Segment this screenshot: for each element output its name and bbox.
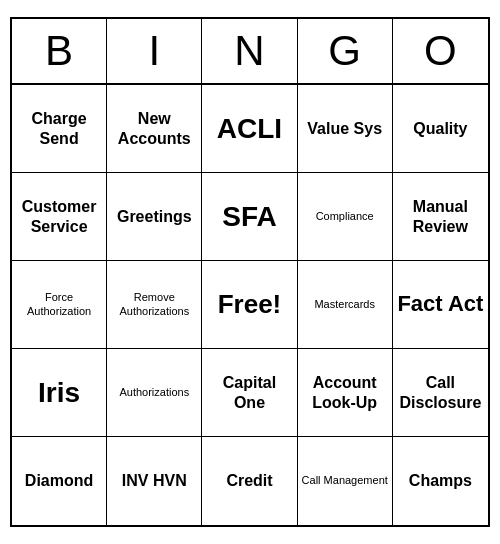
cell-text-17: Capital One [206,373,292,411]
cell-text-5: Customer Service [16,197,102,235]
bingo-cell-1: New Accounts [107,85,202,173]
bingo-cell-4: Quality [393,85,488,173]
bingo-cell-19: Call Disclosure [393,349,488,437]
bingo-cell-18: Account Look-Up [298,349,393,437]
bingo-card: BINGO Charge SendNew AccountsACLIValue S… [10,17,490,527]
bingo-grid: Charge SendNew AccountsACLIValue SysQual… [12,85,488,525]
cell-text-4: Quality [413,119,467,138]
cell-text-16: Authorizations [119,386,189,399]
bingo-cell-7: SFA [202,173,297,261]
bingo-cell-5: Customer Service [12,173,107,261]
cell-text-18: Account Look-Up [302,373,388,411]
bingo-letter-g: G [298,19,393,83]
bingo-cell-10: Force Authorization [12,261,107,349]
bingo-cell-24: Champs [393,437,488,525]
bingo-cell-8: Compliance [298,173,393,261]
cell-text-8: Compliance [316,210,374,223]
bingo-letter-i: I [107,19,202,83]
cell-text-12: Free! [218,289,282,320]
bingo-cell-20: Diamond [12,437,107,525]
cell-text-24: Champs [409,471,472,490]
bingo-letter-b: B [12,19,107,83]
bingo-cell-17: Capital One [202,349,297,437]
bingo-cell-21: INV HVN [107,437,202,525]
cell-text-21: INV HVN [122,471,187,490]
bingo-letter-o: O [393,19,488,83]
cell-text-15: Iris [38,376,80,410]
bingo-letter-n: N [202,19,297,83]
bingo-cell-12: Free! [202,261,297,349]
cell-text-6: Greetings [117,207,192,226]
cell-text-13: Mastercards [314,298,375,311]
bingo-cell-13: Mastercards [298,261,393,349]
bingo-cell-22: Credit [202,437,297,525]
bingo-cell-11: Remove Authorizations [107,261,202,349]
bingo-cell-2: ACLI [202,85,297,173]
bingo-cell-15: Iris [12,349,107,437]
bingo-cell-23: Call Management [298,437,393,525]
bingo-cell-14: Fact Act [393,261,488,349]
bingo-header: BINGO [12,19,488,85]
cell-text-3: Value Sys [307,119,382,138]
cell-text-9: Manual Review [397,197,484,235]
bingo-cell-6: Greetings [107,173,202,261]
cell-text-10: Force Authorization [16,291,102,317]
cell-text-19: Call Disclosure [397,373,484,411]
cell-text-23: Call Management [302,474,388,487]
cell-text-14: Fact Act [397,291,483,317]
cell-text-0: Charge Send [16,109,102,147]
bingo-cell-3: Value Sys [298,85,393,173]
cell-text-11: Remove Authorizations [111,291,197,317]
bingo-cell-9: Manual Review [393,173,488,261]
cell-text-2: ACLI [217,112,282,146]
cell-text-20: Diamond [25,471,93,490]
cell-text-1: New Accounts [111,109,197,147]
bingo-cell-16: Authorizations [107,349,202,437]
cell-text-7: SFA [222,200,276,234]
cell-text-22: Credit [226,471,272,490]
bingo-cell-0: Charge Send [12,85,107,173]
